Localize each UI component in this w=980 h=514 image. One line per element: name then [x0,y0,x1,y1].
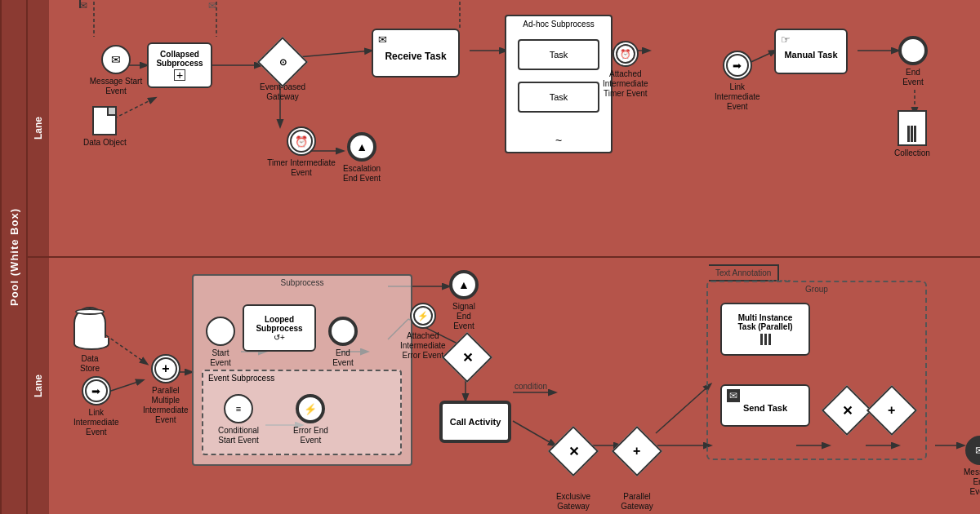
message-end-event[interactable]: ✉ MessageEnd Event [964,436,980,497]
pool-label: Pool (White Box) [0,0,26,514]
link-intermediate-event-bottom[interactable]: ➡ LinkIntermediateEvent [74,376,119,437]
escalation-end-event[interactable]: ▲ EscalationEnd Event [343,132,381,184]
condition-label: condition [514,382,547,391]
signal-end-event[interactable]: ▲ SignalEndEvent [449,270,479,331]
lane-bottom: Lane [26,258,980,514]
group-box: Group Multi InstanceTask (Parallel) [706,281,927,460]
receive-task[interactable]: ✉ Receive Task [372,29,460,78]
event-subprocess: Event Subprocess ≡ ConditionalStart Even… [202,370,402,455]
svg-line-24 [513,421,555,445]
data-store[interactable]: DataStore [74,307,106,374]
pool-content: Lane [26,0,980,514]
main-container: Pool (White Box) Lane [0,0,980,514]
looped-subprocess[interactable]: LoopedSubprocess ↺+ [243,304,316,352]
top-exclusive-gateway[interactable]: ✕ [449,339,485,375]
parallel-gateway-center[interactable]: + ParallelGateway [619,433,655,512]
collapsed-subprocess[interactable]: CollapsedSubprocess + [147,42,212,88]
data-object[interactable]: Data Object [83,106,127,148]
lane-top-label: Lane [26,0,49,256]
collection[interactable]: Collection [894,110,930,158]
svg-line-6 [298,51,372,57]
lane-bottom-content: DataStore ➡ LinkIntermediateEvent + [49,258,980,514]
lane-top-content: ✉ Message Start Event Data Object Collap… [49,0,980,256]
conditional-start-event[interactable]: ≡ ConditionalStart Event [218,394,259,445]
parallel-gateway-2[interactable]: + [874,392,910,428]
adhoc-subprocess[interactable]: Ad-hoc Subprocess Task Task ~ [505,15,612,153]
exclusive-gateway-bottom[interactable]: ✕ ExclusiveGateway [555,433,591,512]
svg-line-27 [656,384,710,433]
lane-top: Lane [26,0,980,258]
end-event-subprocess[interactable]: EndEvent [328,317,358,368]
attached-intermediate-error[interactable]: ⚡ AttachedIntermediateError Event [400,303,446,361]
subprocess-container: Subprocess StartEvent LoopedSubprocess ↺… [192,274,412,466]
end-event-top[interactable]: EndEvent [898,36,928,87]
send-task[interactable]: ✉ Send Task [720,384,810,427]
start-event-subprocess[interactable]: StartEvent [206,317,235,368]
event-based-gateway[interactable]: ⊙ Event-basedGateway [260,44,305,102]
error-end-event[interactable]: ⚡ Error EndEvent [293,394,328,445]
message-start-event[interactable]: ✉ Message Start Event [79,45,153,96]
timer-intermediate-event[interactable]: ⏰ Timer Intermediate Event [265,126,338,178]
link-intermediate-event-top[interactable]: ➡ LinkIntermediateEvent [715,51,760,112]
multi-instance-task[interactable]: Multi InstanceTask (Parallel) [720,303,810,356]
call-activity[interactable]: Call Activity [439,401,511,443]
parallel-multiple-intermediate[interactable]: + ParallelMultipleIntermediateEvent [143,354,189,425]
svg-line-14 [106,335,147,364]
exclusive-gateway-2[interactable]: ✕ [829,392,865,428]
attached-intermediate-timer[interactable]: ⏰ AttachedIntermediateTimer Event [603,41,648,99]
manual-task[interactable]: ☞ Manual Task [774,29,848,74]
lane-bottom-label: Lane [26,258,49,514]
